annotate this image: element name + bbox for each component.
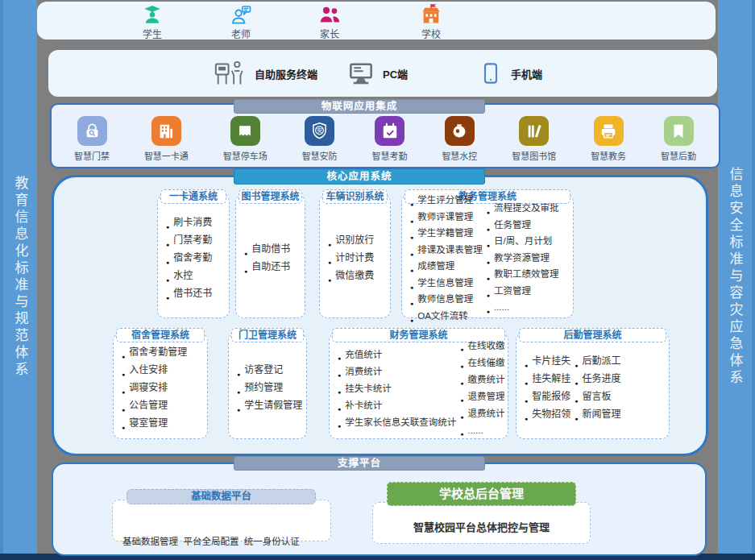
bullet-icon: ● [338, 386, 341, 399]
bullet-icon: ● [166, 273, 169, 287]
bullet-icon: ● [460, 343, 463, 356]
bullet-icon: ● [460, 394, 463, 407]
support-panel: 基础数据平台 基础数据管理 平台全局配置 统一身份认证 用户账户与权限管理 单点… [52, 463, 707, 556]
bullet-icon: ● [460, 377, 463, 390]
feature-item: ●挂失解挂 [525, 372, 570, 390]
iot-section-header: 物联网应用集成 [234, 99, 485, 114]
feature-item: ●寝室管理 [122, 417, 187, 434]
iot-app-label: 智慧考勤 [372, 149, 408, 162]
feature-item: ●学生请假管理 [237, 399, 302, 417]
iot-app-tile-icon [151, 116, 181, 146]
bullet-icon: ● [460, 428, 463, 441]
system-box-title: 门卫管理系统 [231, 328, 304, 342]
bullet-icon: ● [338, 369, 341, 382]
feature-item: ●学生家长信息关联查询统计 [338, 416, 456, 433]
core-systems-panel: 一卡通系统 ●刷卡消费 ●门禁考勤 ●宿舍考勤 ●水控 ●借书还书 图书管理系统 [52, 175, 708, 456]
bullet-icon: ● [328, 255, 331, 269]
bullet-icon: ● [487, 239, 490, 252]
feature-item: ●访客登记 [237, 363, 302, 381]
system-box-dormitory: 宿舍管理系统 ●宿舍考勤管理 ●入住安排 ●调寝安排 ●公告管理 ●寝室管理 [113, 333, 208, 439]
svg-text:安: 安 [317, 127, 322, 134]
bullet-icon: ● [244, 264, 247, 278]
iot-app: 智慧考勤 [372, 116, 408, 162]
bullet-icon: ● [525, 412, 528, 425]
iot-app-tile-icon [230, 116, 260, 146]
bullet-icon: ● [166, 255, 169, 269]
feature-item: ●学生评分管理 [410, 194, 483, 211]
user-role-label: 家长 [296, 27, 363, 40]
bullet-icon: ● [410, 281, 413, 294]
iot-app-tile-icon [594, 116, 624, 146]
iot-app-tile-icon [77, 116, 107, 146]
system-box-title: 图书管理系统 [239, 189, 302, 204]
feature-item: ●任务进度 [575, 372, 620, 390]
system-box-logistics: 后勤管理系统 ●卡片挂失 ●挂失解挂 ●智能报修 ●失物招领 ●后勤派工 ●任务… [516, 333, 670, 439]
bullet-icon: ● [338, 352, 341, 365]
bullet-icon: ● [525, 376, 528, 390]
user-role-label: 学生 [118, 27, 186, 40]
system-box-onecard: 一卡通系统 ●刷卡消费 ●门禁考勤 ●宿舍考勤 ●水控 ●借书还书 [157, 194, 230, 318]
bullet-icon: ● [487, 272, 490, 285]
feature-item: ●预约管理 [237, 381, 302, 399]
feature-item: ●宿舍考勤 [166, 251, 212, 269]
bullet-icon: ● [166, 238, 169, 251]
school-backend-box: 智慧校园平台总体把控与管理 [372, 502, 591, 544]
user-role-label: 老师 [207, 27, 275, 40]
feature-item: ●...... [487, 301, 559, 318]
feature-item: ●退费统计 [460, 407, 504, 424]
feature-item: ●缴费统计 [460, 373, 504, 390]
user-role-icon [397, 4, 465, 26]
bullet-icon: ● [410, 264, 413, 277]
system-box-title: 一卡通系统 [160, 189, 226, 204]
feature-item: ●消费统计 [338, 365, 456, 382]
feature-item: ●在线催缴 [460, 356, 504, 373]
bullet-icon: ● [166, 220, 169, 234]
system-box-library: 图书管理系统 ●自助借书 ●自助还书 [235, 194, 305, 318]
bullet-icon: ● [410, 297, 413, 310]
iot-app: 智慧一卡通 [144, 116, 189, 162]
bullet-icon: ● [410, 314, 413, 327]
iot-app: 智慧水控 [442, 116, 477, 162]
terminal-icon [214, 59, 246, 88]
bullet-icon: ● [575, 359, 578, 372]
bullet-icon: ● [328, 273, 331, 287]
system-box-academic-affairs: 教务管理系统 ●学生评分管理 ●教师评课管理 ●学生学籍管理 ●排课及课表管理 … [401, 194, 574, 318]
user-role: 家长 [296, 4, 363, 40]
feature-item: ●识别放行 [328, 234, 374, 251]
terminals-panel: 自助服务终端 PC端 手机端 [48, 50, 717, 97]
bullet-icon: ● [575, 394, 578, 408]
terminal-label: 手机端 [511, 66, 542, 81]
bullet-icon: ● [410, 215, 413, 228]
feature-item: ●自助还书 [244, 260, 290, 278]
system-box-finance: 财务管理系统 ●充值统计 ●消费统计 ●挂失卡统计 ●补卡统计 ●学生家长信息关… [329, 333, 508, 439]
system-box-title: 宿舍管理系统 [116, 328, 205, 342]
data-platform-title: 基础数据平台 [127, 489, 316, 504]
bullet-icon: ● [122, 403, 125, 417]
feature-item: ●学生信息管理 [410, 277, 483, 294]
feature-item: ●教师评课管理 [410, 211, 483, 228]
bullet-icon: ● [338, 420, 341, 433]
iot-app-label: 智慧图书馆 [512, 149, 556, 162]
feature-item: ●补卡统计 [338, 399, 456, 416]
feature-item: ●在线收缴 [460, 339, 504, 356]
feature-item: ●退费管理 [460, 390, 504, 407]
bullet-icon: ● [244, 247, 247, 260]
bullet-icon: ● [487, 256, 490, 269]
feature-item: ●留言板 [575, 390, 620, 408]
iot-app-tile-icon: 安 [305, 116, 334, 146]
feature-item: ●微信缴费 [328, 269, 374, 287]
feature-item: ●日/周、月计划 [487, 235, 559, 252]
system-box-title: 车辆识别系统 [322, 189, 388, 204]
bullet-icon: ● [328, 238, 331, 251]
bullet-icon: ● [487, 206, 490, 219]
feature-item: ●智能报修 [525, 390, 570, 408]
bullet-icon: ● [122, 421, 125, 434]
terminal-icon [479, 62, 502, 85]
feature-item: ●入住安排 [122, 363, 187, 381]
user-role-icon [118, 4, 186, 26]
iot-app-label: 智慧停车场 [223, 149, 268, 162]
bullet-icon: ● [460, 360, 463, 373]
feature-item: ●任务管理 [487, 219, 559, 236]
bullet-icon: ● [487, 289, 490, 302]
feature-item: ●教师信息管理 [410, 293, 483, 310]
